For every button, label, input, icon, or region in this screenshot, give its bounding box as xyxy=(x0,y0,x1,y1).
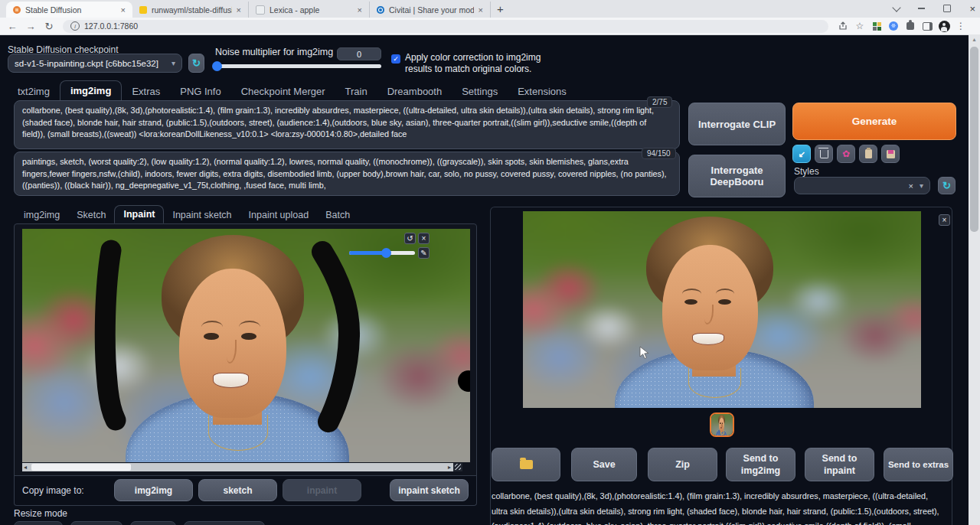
clear-image-icon[interactable]: × xyxy=(418,233,430,244)
tab-extensions[interactable]: Extensions xyxy=(508,82,577,101)
scrollbar-thumb[interactable] xyxy=(970,47,978,232)
save-style-button[interactable] xyxy=(881,145,900,163)
output-image[interactable] xyxy=(523,211,921,408)
mode-tab-sketch[interactable]: Sketch xyxy=(68,207,114,223)
resize-mode-option[interactable] xyxy=(184,521,265,525)
forward-icon[interactable]: → xyxy=(21,21,40,32)
tab-train[interactable]: Train xyxy=(335,82,377,101)
mode-tab-batch[interactable]: Batch xyxy=(317,207,358,223)
mode-tab-inpaint-upload[interactable]: Inpaint upload xyxy=(240,207,318,223)
brush-size-handle[interactable] xyxy=(381,248,391,258)
portrait-photo xyxy=(711,414,733,435)
side-panel-icon[interactable] xyxy=(919,18,936,34)
minimize-icon[interactable] xyxy=(918,8,925,9)
copy-to-img2img-button[interactable]: img2img xyxy=(114,479,193,501)
address-bar[interactable]: i 127.0.0.1:7860 xyxy=(63,20,828,33)
browser-tab-civitai[interactable]: Civitai | Share your models × xyxy=(370,2,491,18)
send-to-extras-button[interactable]: Send to extras xyxy=(884,448,953,481)
color-correction-label[interactable]: Apply color correction to img2img result… xyxy=(405,52,562,75)
apply-styles-button[interactable] xyxy=(859,145,877,163)
tab-close-icon[interactable]: × xyxy=(237,5,241,15)
new-tab-button[interactable]: + xyxy=(497,2,504,15)
brush-size-slider[interactable] xyxy=(349,251,415,255)
refresh-checkpoint-button[interactable]: ↻ xyxy=(188,54,204,73)
open-folder-button[interactable] xyxy=(492,448,560,481)
extra-networks-button[interactable]: ✿ xyxy=(837,145,855,163)
save-button[interactable]: Save xyxy=(571,448,637,481)
styles-dropdown[interactable]: × ▾ xyxy=(794,177,930,194)
window-controls: × xyxy=(893,0,975,17)
extensions-puzzle-icon[interactable] xyxy=(902,18,919,34)
generate-button[interactable]: Generate xyxy=(792,103,956,140)
tab-settings[interactable]: Settings xyxy=(452,82,508,101)
mode-tab-inpaint[interactable]: Inpaint xyxy=(114,205,164,223)
mode-tab-inpaint-sketch[interactable]: Inpaint sketch xyxy=(164,207,240,223)
tab-close-icon[interactable]: × xyxy=(358,5,362,15)
back-icon[interactable]: ← xyxy=(3,21,21,32)
canvas-h-scrollbar-thumb[interactable] xyxy=(31,464,131,471)
zip-button[interactable]: Zip xyxy=(648,448,717,481)
tab-close-icon[interactable]: × xyxy=(479,5,483,15)
folder-icon xyxy=(520,460,533,469)
resize-grip[interactable] xyxy=(453,463,462,471)
styles-clear-icon[interactable]: × xyxy=(909,181,913,191)
scroll-up-icon[interactable]: ▴ xyxy=(969,36,980,43)
resize-mode-option[interactable] xyxy=(70,521,122,525)
reload-icon[interactable]: ↻ xyxy=(40,21,58,32)
tab-close-icon[interactable]: × xyxy=(121,5,126,15)
window-menu-chevron-icon[interactable] xyxy=(893,3,901,11)
copy-image-label: Copy image to: xyxy=(22,485,84,496)
gallery-thumbnail-selected[interactable] xyxy=(710,412,734,437)
browser-tab-stable-diffusion[interactable]: Stable Diffusion × xyxy=(6,2,132,18)
checkpoint-dropdown[interactable]: sd-v1-5-inpainting.ckpt [c6bbc15e32] ▾ xyxy=(8,54,182,73)
tab-png-info[interactable]: PNG Info xyxy=(170,82,230,101)
tab-img2img[interactable]: img2img xyxy=(60,80,122,101)
resize-mode-option[interactable] xyxy=(14,521,63,525)
brush-icon[interactable]: ✎ xyxy=(418,247,430,259)
extension-grid-icon[interactable] xyxy=(868,18,885,34)
paste-generation-params-button[interactable]: ↙ xyxy=(792,145,811,163)
browser-menu-kebab-icon[interactable]: ⋮ xyxy=(952,18,969,34)
site-info-icon[interactable]: i xyxy=(70,21,80,31)
share-icon[interactable] xyxy=(835,18,851,34)
prompt-textarea[interactable]: collarbone, (best quality),(8k, 3d),(pho… xyxy=(14,100,680,149)
prompt-tool-row: ↙ ✿ xyxy=(792,145,900,163)
prompt-token-counter: 2/75 xyxy=(647,96,672,108)
tab-txt2img[interactable]: txt2img xyxy=(8,82,60,101)
undo-icon[interactable]: ↺ xyxy=(404,233,416,244)
bookmark-star-icon[interactable]: ☆ xyxy=(851,18,868,34)
send-to-inpaint-button[interactable]: Send to inpaint xyxy=(805,448,874,481)
noise-multiplier-slider[interactable] xyxy=(215,64,381,68)
browser-tab-huggingface[interactable]: runwayml/stable-diffusion-inpa × xyxy=(132,2,249,18)
color-correction-checkbox[interactable]: ✓ xyxy=(391,54,400,64)
noise-slider-handle[interactable] xyxy=(212,61,222,71)
tab-dreambooth[interactable]: Dreambooth xyxy=(377,82,452,101)
send-to-img2img-button[interactable]: Send to img2img xyxy=(726,448,795,481)
profile-avatar[interactable] xyxy=(936,18,952,34)
browser-tab-lexica[interactable]: Lexica - apple × xyxy=(249,2,370,18)
canvas-h-scrollbar[interactable]: ◂ ▸ xyxy=(22,463,462,471)
interrogate-clip-button[interactable]: Interrogate CLIP xyxy=(688,103,786,145)
huggingface-favicon xyxy=(139,6,147,14)
tab-checkpoint-merger[interactable]: Checkpoint Merger xyxy=(231,82,335,101)
tab-extras[interactable]: Extras xyxy=(122,82,170,101)
refresh-styles-button[interactable]: ↻ xyxy=(938,177,956,194)
inpaint-canvas[interactable]: ↺ × ✎ xyxy=(22,229,470,462)
scroll-right-icon[interactable]: ▸ xyxy=(448,463,451,471)
maximize-icon[interactable] xyxy=(943,5,951,12)
interrogate-deepbooru-button[interactable]: Interrogate DeepBooru xyxy=(688,155,786,197)
clear-prompt-button[interactable] xyxy=(815,145,833,163)
page-scrollbar[interactable]: ▴ xyxy=(969,34,980,525)
scroll-left-icon[interactable]: ◂ xyxy=(24,463,27,471)
copy-to-sketch-button[interactable]: sketch xyxy=(198,479,277,501)
close-gallery-icon[interactable]: × xyxy=(939,214,950,226)
window-close-icon[interactable]: × xyxy=(969,3,975,15)
negative-prompt-textarea[interactable]: paintings, sketch, (worst quality:2), (l… xyxy=(14,152,680,196)
mouse-cursor xyxy=(639,346,650,360)
noise-multiplier-input[interactable]: 0 xyxy=(337,47,381,60)
copy-image-row: Copy image to: img2img sketch inpaint in… xyxy=(14,475,477,506)
copy-to-inpaint-sketch-button[interactable]: inpaint sketch xyxy=(390,479,469,501)
extension-blue-icon[interactable] xyxy=(885,18,902,34)
mode-tab-img2img[interactable]: img2img xyxy=(15,207,68,223)
resize-mode-option[interactable] xyxy=(130,521,176,525)
